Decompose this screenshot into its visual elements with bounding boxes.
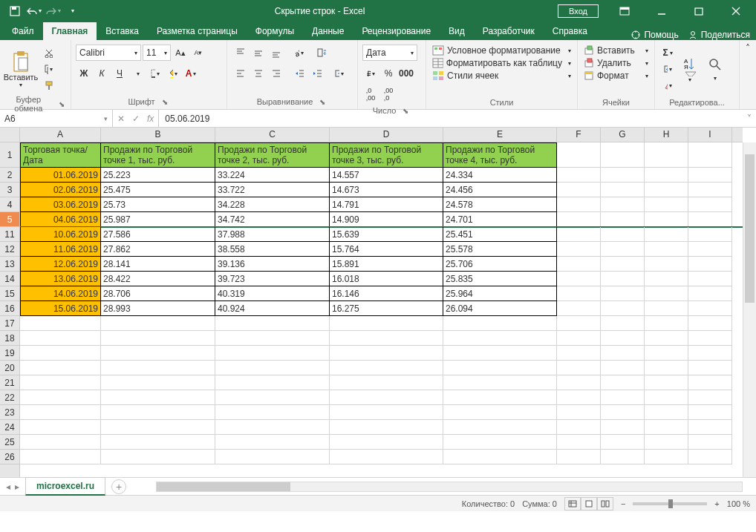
ribbon-tab-7[interactable]: Вид [440, 22, 474, 40]
cell-D24[interactable] [330, 420, 443, 435]
cell-I25[interactable] [688, 435, 732, 450]
row-header-12[interactable]: 12 [0, 242, 19, 257]
cell-B1[interactable]: Продажи по Торговой точке 1, тыс. руб. [101, 142, 215, 168]
cell-D2[interactable]: 14.557 [330, 168, 443, 183]
cell-A24[interactable] [20, 420, 101, 435]
cell-I17[interactable] [688, 316, 732, 331]
ribbon-tab-6[interactable]: Рецензирование [353, 22, 440, 40]
cell-B13[interactable]: 28.141 [101, 257, 215, 272]
undo-button[interactable] [25, 2, 43, 20]
find-select-button[interactable]: ▾ [704, 45, 726, 93]
cell-D19[interactable] [330, 346, 443, 361]
cell-D16[interactable]: 16.275 [330, 301, 443, 316]
cell-A2[interactable]: 01.06.2019 [20, 168, 101, 183]
cell-I12[interactable] [688, 242, 732, 257]
normal-view[interactable] [564, 497, 581, 510]
cell-F21[interactable] [557, 375, 601, 390]
cell-B24[interactable] [101, 420, 215, 435]
cell-F11[interactable] [557, 227, 601, 242]
cell-A22[interactable] [20, 390, 101, 405]
select-all-corner[interactable] [0, 128, 20, 142]
cell-E3[interactable]: 24.456 [443, 183, 557, 197]
cell-I18[interactable] [688, 331, 732, 346]
clear-button[interactable] [659, 77, 676, 93]
cell-G19[interactable] [601, 346, 645, 361]
zoom-out[interactable]: − [621, 499, 625, 508]
cell-H25[interactable] [645, 435, 688, 450]
cell-D5[interactable]: 14.909 [330, 212, 443, 227]
cell-B4[interactable]: 25.73 [101, 197, 215, 212]
decrease-indent[interactable] [291, 65, 307, 82]
col-header-I[interactable]: I [688, 128, 732, 142]
cell-H12[interactable] [645, 242, 688, 257]
zoom-in[interactable]: + [714, 499, 719, 508]
cell-C23[interactable] [215, 405, 330, 420]
row-header-2[interactable]: 2 [0, 168, 19, 183]
cell-G21[interactable] [601, 375, 645, 390]
paste-button[interactable]: Вставить ▾ [4, 45, 37, 93]
cell-C14[interactable]: 39.723 [215, 272, 330, 286]
cell-D14[interactable]: 16.018 [330, 272, 443, 286]
cell-F15[interactable] [557, 286, 601, 301]
cell-G13[interactable] [601, 257, 645, 272]
col-header-F[interactable]: F [557, 128, 601, 142]
cell-H22[interactable] [645, 390, 688, 405]
cell-E19[interactable] [443, 346, 557, 361]
cell-C17[interactable] [215, 316, 330, 331]
cell-I3[interactable] [688, 183, 732, 197]
cell-F16[interactable] [557, 301, 601, 316]
cell-D3[interactable]: 14.673 [330, 183, 443, 197]
cell-I4[interactable] [688, 197, 732, 212]
cell-G2[interactable] [601, 168, 645, 183]
cell-G15[interactable] [601, 286, 645, 301]
col-header-H[interactable]: H [645, 128, 688, 142]
minimize-button[interactable] [645, 0, 679, 22]
cell-G16[interactable] [601, 301, 645, 316]
cell-styles[interactable]: Стили ячеек [431, 70, 573, 82]
cell-D15[interactable]: 16.146 [330, 286, 443, 301]
cell-B19[interactable] [101, 346, 215, 361]
cell-E17[interactable] [443, 316, 557, 331]
copy-button[interactable] [40, 61, 56, 77]
row-header-25[interactable]: 25 [0, 435, 19, 450]
cell-C20[interactable] [215, 361, 330, 375]
cell-A1[interactable]: Торговая точка/Дата [20, 142, 101, 168]
cell-A15[interactable]: 14.06.2019 [20, 286, 101, 301]
cell-I22[interactable] [688, 390, 732, 405]
cell-E23[interactable] [443, 405, 557, 420]
cell-F2[interactable] [557, 168, 601, 183]
cell-A5[interactable]: 04.06.2019 [20, 212, 101, 227]
login-button[interactable]: Вход [558, 4, 599, 18]
row-header-11[interactable]: 11 [0, 227, 19, 242]
share-button[interactable]: Поделиться [688, 30, 750, 40]
cell-G25[interactable] [601, 435, 645, 450]
cell-B23[interactable] [101, 405, 215, 420]
cell-H15[interactable] [645, 286, 688, 301]
cell-C13[interactable]: 39.136 [215, 257, 330, 272]
cell-D26[interactable] [330, 450, 443, 464]
cell-A26[interactable] [20, 450, 101, 464]
cell-I11[interactable] [688, 227, 732, 242]
cell-D21[interactable] [330, 375, 443, 390]
cell-B14[interactable]: 28.422 [101, 272, 215, 286]
cell-E26[interactable] [443, 450, 557, 464]
cell-H24[interactable] [645, 420, 688, 435]
ribbon-tab-4[interactable]: Формулы [247, 22, 303, 40]
save-button[interactable] [6, 2, 24, 20]
row-header-4[interactable]: 4 [0, 197, 19, 212]
row-header-16[interactable]: 16 [0, 301, 19, 316]
col-header-D[interactable]: D [330, 128, 443, 142]
font-color-button[interactable]: A [183, 65, 199, 82]
cell-A18[interactable] [20, 331, 101, 346]
cell-E21[interactable] [443, 375, 557, 390]
cell-I13[interactable] [688, 257, 732, 272]
row-header-26[interactable]: 26 [0, 450, 19, 464]
cell-A11[interactable]: 10.06.2019 [20, 227, 101, 242]
row-header-14[interactable]: 14 [0, 272, 19, 286]
cell-C12[interactable]: 38.558 [215, 242, 330, 257]
sheet-nav-next[interactable]: ▸ [15, 482, 19, 492]
cell-D25[interactable] [330, 435, 443, 450]
cell-E12[interactable]: 25.578 [443, 242, 557, 257]
cell-F5[interactable] [557, 212, 601, 227]
cell-H1[interactable] [645, 142, 688, 168]
